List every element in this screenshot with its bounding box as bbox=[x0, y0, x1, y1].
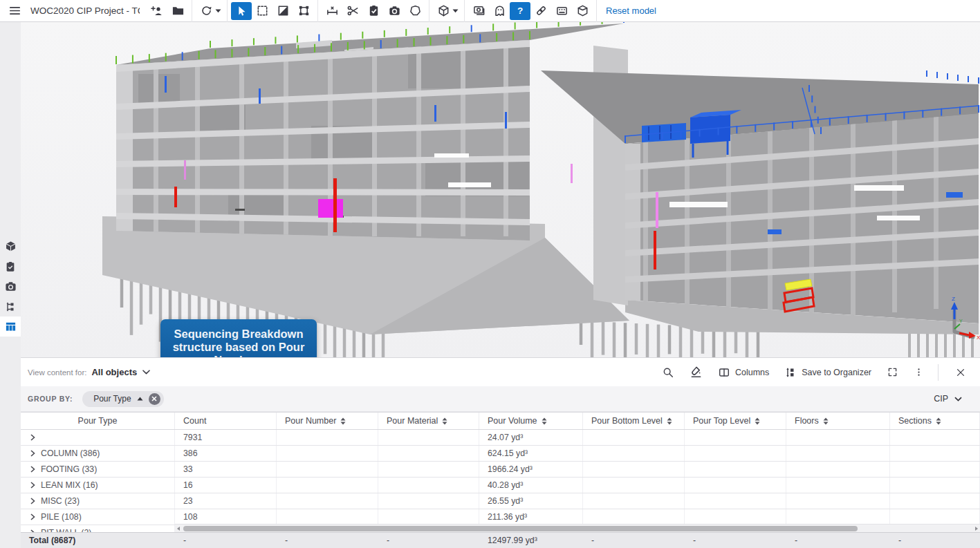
expand-panel-button[interactable] bbox=[882, 363, 903, 381]
paint-fill-icon bbox=[690, 366, 703, 379]
group-chip-pour-type[interactable]: Pour Type bbox=[82, 391, 163, 407]
close-icon bbox=[955, 367, 966, 378]
project-title: WOC2020 CIP Project - TC bbox=[30, 6, 140, 16]
search-button[interactable] bbox=[658, 363, 678, 381]
cell-pour-material bbox=[378, 462, 479, 477]
expand-caret-icon[interactable] bbox=[30, 513, 35, 520]
search-icon bbox=[662, 366, 674, 379]
project-folder-button[interactable] bbox=[167, 2, 188, 20]
marquee-select-button[interactable] bbox=[252, 2, 272, 20]
cell-pour-bottom-level bbox=[583, 446, 685, 461]
clip-plane-button[interactable] bbox=[342, 2, 363, 20]
cell-count: 33 bbox=[175, 462, 277, 477]
magenta-pour-highlight bbox=[318, 199, 343, 218]
measure-tool-button[interactable] bbox=[322, 2, 342, 20]
scrollbar-thumb[interactable] bbox=[183, 526, 858, 531]
lasso-icon bbox=[409, 4, 422, 17]
view-content-selector[interactable]: All objects bbox=[91, 367, 150, 377]
expand-caret-icon[interactable] bbox=[30, 434, 35, 441]
scroll-left-arrow[interactable] bbox=[177, 527, 180, 531]
help-tool-button[interactable]: ? bbox=[510, 2, 530, 20]
snapshot-tool-button[interactable] bbox=[384, 2, 405, 20]
cell-count: 108 bbox=[175, 509, 277, 525]
expand-caret-icon[interactable] bbox=[30, 498, 35, 504]
close-panel-button[interactable] bbox=[951, 364, 970, 381]
row-group-label: MISC (23) bbox=[41, 496, 80, 506]
header-floors[interactable]: Floors bbox=[786, 413, 890, 429]
cell-floors bbox=[786, 493, 890, 509]
scroll-right-arrow[interactable] bbox=[975, 527, 978, 531]
table-row[interactable]: MISC (23) 23 26.55 yd³ bbox=[21, 493, 980, 509]
header-pour-type[interactable]: Pour Type bbox=[21, 413, 175, 429]
markup-clipboard-icon bbox=[367, 4, 380, 17]
header-pour-number[interactable]: Pour Number bbox=[277, 413, 378, 429]
expand-caret-icon[interactable] bbox=[30, 466, 35, 473]
table-row[interactable]: PILE (108) 108 211.36 yd³ bbox=[21, 509, 980, 525]
reset-model-button[interactable]: Reset model bbox=[606, 6, 656, 16]
header-count[interactable]: Count bbox=[175, 413, 277, 429]
axis-x-label: X bbox=[977, 334, 980, 341]
sidebar-item-models[interactable] bbox=[0, 236, 21, 256]
left-sidebar bbox=[0, 22, 21, 548]
table-row[interactable]: FOOTING (33) 33 1966.24 yd³ bbox=[21, 462, 980, 478]
screen-share-icon bbox=[472, 4, 486, 17]
view-cube-caret[interactable] bbox=[450, 2, 461, 20]
link-button[interactable] bbox=[530, 2, 551, 20]
select-tool-button[interactable] bbox=[231, 2, 252, 20]
sidebar-item-hierarchy[interactable] bbox=[0, 296, 21, 316]
cell-floors bbox=[786, 509, 890, 525]
sidebar-item-data-table[interactable] bbox=[0, 316, 21, 337]
preset-selector[interactable]: CIP bbox=[934, 394, 962, 404]
sidebar-item-todo[interactable] bbox=[0, 256, 21, 276]
cell-pour-number bbox=[277, 493, 378, 509]
model-box-button[interactable] bbox=[572, 2, 593, 20]
save-to-organizer-button[interactable]: Save to Organizer bbox=[780, 363, 876, 381]
models-icon bbox=[5, 240, 17, 252]
panel-toolbar: View content for: All objects Columns Sa… bbox=[21, 358, 980, 386]
group-by-row: GROUP BY: Pour Type CIP bbox=[21, 386, 980, 412]
cell-pour-bottom-level bbox=[583, 493, 685, 509]
header-sections[interactable]: Sections bbox=[890, 413, 980, 429]
expand-caret-icon[interactable] bbox=[30, 482, 35, 489]
header-pour-bottom-level[interactable]: Pour Bottom Level bbox=[583, 413, 685, 429]
columns-label: Columns bbox=[735, 368, 769, 377]
remove-group-button[interactable] bbox=[149, 393, 160, 405]
cell-pour-number bbox=[277, 509, 378, 525]
add-collaborator-button[interactable] bbox=[147, 2, 167, 20]
preset-label: CIP bbox=[934, 394, 948, 404]
cell-pour-number bbox=[277, 478, 378, 493]
markup-tool-button[interactable] bbox=[363, 2, 384, 20]
cell-pour-volume: 624.15 yd³ bbox=[479, 446, 583, 461]
menu-button[interactable] bbox=[4, 2, 25, 20]
header-pour-volume[interactable]: Pour Volume bbox=[479, 413, 583, 429]
model-viewport[interactable]: Z X Y Sequencing Breakdown structure bas… bbox=[21, 22, 980, 358]
lasso-select-button[interactable] bbox=[405, 2, 425, 20]
columns-button[interactable]: Columns bbox=[714, 363, 773, 381]
camera-icon bbox=[388, 4, 401, 17]
sidebar-item-snapshots[interactable] bbox=[0, 276, 21, 296]
row-group-label: LEAN MIX (16) bbox=[41, 480, 98, 490]
3d-model-canvas[interactable]: Z X Y bbox=[21, 22, 980, 358]
table-row[interactable]: 7931 24.07 yd³ bbox=[21, 430, 980, 446]
header-pour-top-level[interactable]: Pour Top Level bbox=[685, 413, 786, 429]
color-fill-button[interactable] bbox=[685, 363, 707, 381]
horizontal-scrollbar[interactable] bbox=[175, 524, 980, 532]
ghost-mode-button[interactable] bbox=[489, 2, 510, 20]
ghost-icon bbox=[493, 4, 506, 17]
more-options-button[interactable] bbox=[909, 363, 928, 381]
table-row[interactable]: COLUMN (386) 386 624.15 yd³ bbox=[21, 446, 980, 462]
red-element bbox=[174, 187, 177, 207]
screen-share-button[interactable] bbox=[468, 2, 489, 20]
fullscreen-icon bbox=[887, 366, 898, 378]
transform-tool-button[interactable] bbox=[293, 2, 314, 20]
table-row[interactable]: LEAN MIX (16) 16 40.28 yd³ bbox=[21, 478, 980, 493]
keypad-button[interactable] bbox=[551, 2, 572, 20]
cell-pour-top-level bbox=[685, 446, 786, 461]
expand-caret-icon[interactable] bbox=[30, 450, 35, 457]
caret-down-icon bbox=[215, 9, 221, 13]
header-pour-material[interactable]: Pour Material bbox=[378, 413, 479, 429]
cell-pour-volume: 1966.24 yd³ bbox=[479, 462, 583, 477]
orbit-tool-caret[interactable] bbox=[212, 2, 223, 20]
invert-selection-button[interactable] bbox=[272, 2, 293, 20]
cell-sections bbox=[890, 446, 980, 461]
